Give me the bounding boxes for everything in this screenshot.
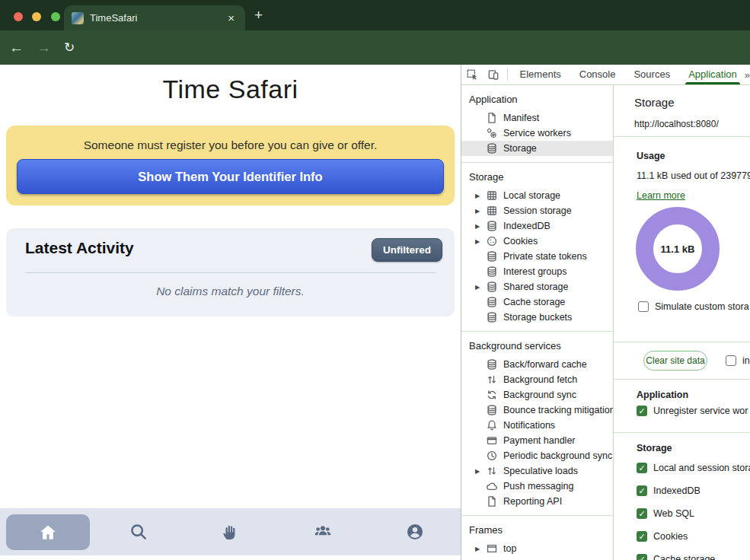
sidebar-item-session-storage[interactable]: ▶Session storage — [461, 203, 613, 218]
nav-slot-people — [276, 508, 369, 555]
sidebar-item-background-sync[interactable]: Background sync — [461, 387, 613, 402]
database-icon — [486, 296, 498, 308]
learn-more-link[interactable]: Learn more — [637, 190, 685, 201]
checked-checkbox-icon[interactable] — [637, 531, 647, 542]
card-icon — [486, 434, 498, 447]
browser-tab[interactable]: TimeSafari × — [64, 5, 245, 30]
divider — [507, 68, 508, 81]
sidebar-item-background-fetch[interactable]: Background fetch — [461, 372, 613, 387]
back-button[interactable]: ← — [9, 30, 24, 65]
sidebar-item-speculative-loads[interactable]: ▶Speculative loads — [461, 463, 613, 479]
expand-arrow-icon[interactable]: ▶ — [475, 192, 486, 199]
sidebar-item-back-forward-cache[interactable]: Back/forward cache — [461, 357, 613, 372]
inspect-element-icon[interactable] — [461, 68, 483, 81]
updown-icon — [486, 374, 498, 386]
devtools-tabs: ElementsConsoleSourcesApplication — [511, 65, 746, 84]
devtools-tab-sources[interactable]: Sources — [624, 65, 679, 84]
show-identifier-button[interactable]: Show Them Your Identifier Info — [17, 159, 444, 194]
nav-home-button[interactable] — [6, 514, 90, 550]
sidebar-item-manifest[interactable]: Manifest — [461, 110, 613, 126]
including-checkbox[interactable]: in — [726, 355, 750, 366]
sidebar-item-label: Storage — [503, 143, 537, 154]
new-tab-button[interactable]: + — [254, 7, 263, 24]
reload-button[interactable]: ↻ — [64, 30, 75, 65]
registration-alert: Someone must register you before you can… — [6, 126, 455, 205]
empty-state-message: No claims match your filters. — [6, 285, 455, 298]
unfiltered-button[interactable]: Unfiltered — [372, 238, 442, 262]
checked-checkbox-icon[interactable] — [637, 406, 647, 416]
clear-site-data-button[interactable]: Clear site data — [643, 351, 707, 371]
sidebar-item-label: Payment handler — [503, 435, 576, 446]
sidebar-item-top[interactable]: ▶top — [461, 541, 613, 556]
sidebar-item-cookies[interactable]: ▶Cookies — [461, 234, 613, 249]
tab-close-icon[interactable]: × — [225, 11, 238, 25]
simulate-storage-checkbox[interactable]: Simulate custom stora — [638, 301, 749, 312]
device-toolbar-icon[interactable] — [483, 68, 504, 81]
sidebar-item-cache-storage[interactable]: Cache storage — [461, 294, 613, 310]
sidebar-item-indexeddb[interactable]: ▶IndexedDB — [461, 218, 613, 234]
nav-search-button[interactable] — [129, 522, 148, 542]
sidebar-item-bounce-tracking-mitigation[interactable]: Bounce tracking mitigation — [461, 402, 613, 418]
unchecked-checkbox-icon[interactable] — [638, 301, 649, 312]
expand-arrow-icon[interactable]: ▶ — [475, 468, 486, 475]
sidebar-item-label: Manifest — [503, 113, 539, 123]
checkbox-cookies[interactable]: Cookies — [637, 531, 688, 542]
devtools-tab-console[interactable]: Console — [570, 65, 625, 84]
database-icon — [486, 142, 498, 154]
nav-hand-button[interactable] — [221, 523, 240, 542]
sidebar-item-periodic-background-sync[interactable]: Periodic background sync — [461, 448, 613, 463]
checkbox-label: Cookies — [653, 531, 688, 542]
checked-checkbox-icon[interactable] — [637, 554, 647, 560]
divider — [614, 432, 750, 433]
alert-message: Someone must register you before you can… — [6, 138, 455, 152]
sidebar-item-label: Private state tokens — [503, 251, 587, 262]
checked-checkbox-icon[interactable] — [637, 485, 647, 496]
checkbox-label: Local and session stora — [653, 463, 750, 473]
application-section-heading: Application — [637, 390, 688, 400]
minimize-window-button[interactable] — [32, 12, 41, 21]
expand-arrow-icon[interactable]: ▶ — [475, 284, 486, 291]
checkbox-indexeddb[interactable]: IndexedDB — [637, 485, 701, 496]
checkbox-label: Web SQL — [653, 508, 694, 519]
expand-arrow-icon[interactable]: ▶ — [475, 223, 486, 230]
sidebar-section-frames: Frames▶top — [461, 516, 613, 560]
sidebar-item-label: Interest groups — [503, 266, 566, 277]
devtools-tab-application[interactable]: Application — [679, 65, 746, 84]
checkbox-web-sql[interactable]: Web SQL — [637, 508, 694, 519]
database-icon — [486, 404, 498, 416]
close-window-button[interactable] — [14, 12, 23, 21]
expand-arrow-icon[interactable]: ▶ — [475, 238, 486, 245]
sidebar-item-notifications[interactable]: Notifications — [461, 418, 613, 433]
maximize-window-button[interactable] — [51, 12, 60, 21]
forward-button[interactable]: → — [37, 30, 51, 65]
checkbox-unregister-service-wor[interactable]: Unregister service wor — [637, 406, 748, 416]
sidebar-item-push-messaging[interactable]: Push messaging — [461, 479, 613, 494]
page-title: Time Safari — [0, 75, 461, 104]
search-icon — [129, 522, 148, 542]
sidebar-item-service-workers[interactable]: Service workers — [461, 126, 613, 141]
sidebar-item-storage[interactable]: Storage — [461, 141, 613, 156]
unchecked-checkbox-icon[interactable] — [726, 355, 736, 366]
nav-person-button[interactable] — [405, 522, 425, 542]
checkbox-local-and-session-stora[interactable]: Local and session stora — [637, 463, 750, 473]
expand-arrow-icon[interactable]: ▶ — [475, 208, 486, 215]
table-icon — [486, 189, 498, 202]
devtools-tab-elements[interactable]: Elements — [511, 65, 570, 84]
checkbox-label: IndexedDB — [653, 485, 701, 496]
sidebar-item-label: top — [503, 543, 516, 554]
expand-arrow-icon[interactable]: ▶ — [475, 546, 486, 552]
checkbox-cache-storage[interactable]: Cache storage — [637, 554, 715, 560]
file-icon — [486, 495, 498, 508]
checked-checkbox-icon[interactable] — [637, 463, 647, 473]
sidebar-item-interest-groups[interactable]: Interest groups — [461, 264, 613, 279]
sidebar-item-private-state-tokens[interactable]: Private state tokens — [461, 249, 613, 264]
nav-people-button[interactable] — [312, 521, 334, 542]
sidebar-item-local-storage[interactable]: ▶Local storage — [461, 188, 613, 203]
sidebar-item-reporting-api[interactable]: Reporting API — [461, 494, 613, 509]
sidebar-item-storage-buckets[interactable]: Storage buckets — [461, 310, 613, 325]
sidebar-item-payment-handler[interactable]: Payment handler — [461, 433, 613, 448]
sidebar-item-shared-storage[interactable]: ▶Shared storage — [461, 279, 613, 294]
sidebar-item-label: Speculative loads — [503, 466, 578, 476]
people-icon — [312, 521, 334, 542]
checked-checkbox-icon[interactable] — [637, 508, 647, 519]
